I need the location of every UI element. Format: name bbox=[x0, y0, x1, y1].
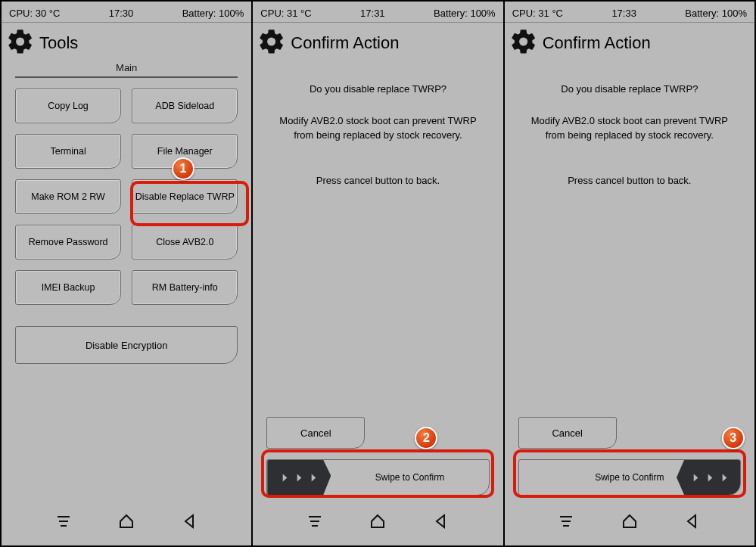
back-icon[interactable] bbox=[683, 512, 702, 533]
status-time: 17:31 bbox=[360, 8, 385, 19]
status-battery: Battery: 100% bbox=[434, 8, 496, 19]
marker-1: 1 bbox=[172, 157, 194, 180]
confirm-body-2: Press cancel button to back. bbox=[523, 173, 736, 188]
disable-replace-twrp-button[interactable]: Disable Replace TWRP bbox=[132, 179, 238, 214]
header-title: Confirm Action bbox=[291, 33, 399, 53]
terminal-button[interactable]: Terminal bbox=[15, 134, 121, 169]
nav-bar bbox=[253, 502, 502, 545]
panel-confirm-1: CPU: 31 °C 17:31 Battery: 100% Confirm A… bbox=[253, 2, 504, 545]
panel-confirm-2: CPU: 31 °C 17:33 Battery: 100% Confirm A… bbox=[505, 2, 754, 545]
status-battery: Battery: 100% bbox=[685, 8, 747, 19]
swipe-label: Swipe to Confirm bbox=[331, 472, 488, 483]
header-title: Confirm Action bbox=[543, 33, 651, 53]
status-bar: CPU: 31 °C 17:33 Battery: 100% bbox=[505, 2, 754, 23]
swipe-handle[interactable] bbox=[677, 460, 740, 495]
status-cpu: CPU: 31 °C bbox=[512, 8, 563, 19]
status-time: 17:33 bbox=[611, 8, 636, 19]
home-icon[interactable] bbox=[117, 512, 135, 533]
close-avb-button[interactable]: Close AVB2.0 bbox=[132, 225, 238, 260]
disable-encryption-button[interactable]: Disable Encryption bbox=[15, 326, 238, 364]
header: Confirm Action bbox=[505, 23, 754, 61]
status-bar: CPU: 31 °C 17:31 Battery: 100% bbox=[253, 2, 502, 23]
cancel-button[interactable]: Cancel bbox=[518, 417, 617, 449]
confirm-question: Do you disable replace TWRP? bbox=[523, 82, 736, 97]
confirm-text: Do you disable replace TWRP? Modify AVB2… bbox=[505, 61, 754, 192]
swipe-handle[interactable] bbox=[267, 460, 331, 495]
marker-2: 2 bbox=[415, 427, 437, 449]
confirm-question: Do you disable replace TWRP? bbox=[271, 82, 484, 97]
status-bar: CPU: 30 °C 17:30 Battery: 100% bbox=[2, 2, 251, 23]
marker-3: 3 bbox=[722, 427, 745, 449]
copy-log-button[interactable]: Copy Log bbox=[15, 89, 121, 123]
confirm-body-2: Press cancel button to back. bbox=[271, 173, 484, 188]
nav-bar bbox=[505, 502, 754, 545]
cancel-button[interactable]: Cancel bbox=[266, 417, 365, 449]
gear-icon bbox=[509, 27, 538, 59]
home-icon[interactable] bbox=[369, 512, 387, 533]
confirm-body-1: Modify AVB2.0 stock boot can prevent TWR… bbox=[523, 113, 736, 143]
status-battery: Battery: 100% bbox=[182, 8, 244, 19]
tool-grid: Copy Log ADB Sideload Terminal File Mana… bbox=[2, 85, 251, 308]
imei-backup-button[interactable]: IMEI Backup bbox=[15, 270, 121, 305]
gear-icon bbox=[257, 27, 286, 59]
menu-icon[interactable] bbox=[306, 512, 324, 533]
back-icon[interactable] bbox=[432, 512, 450, 533]
rm-battery-info-button[interactable]: RM Battery-info bbox=[132, 270, 238, 305]
header: Tools bbox=[2, 23, 251, 61]
make-rom-rw-button[interactable]: Make ROM 2 RW bbox=[15, 179, 121, 214]
back-icon[interactable] bbox=[181, 512, 199, 533]
remove-password-button[interactable]: Remove Password bbox=[15, 225, 121, 260]
home-icon[interactable] bbox=[621, 512, 639, 533]
swipe-bar[interactable]: Swipe to Confirm bbox=[518, 459, 741, 496]
menu-icon[interactable] bbox=[54, 512, 73, 533]
header: Confirm Action bbox=[253, 23, 502, 61]
confirm-body-1: Modify AVB2.0 stock boot can prevent TWR… bbox=[271, 113, 484, 143]
status-cpu: CPU: 31 °C bbox=[260, 8, 311, 19]
status-time: 17:30 bbox=[109, 8, 134, 19]
swipe-bar[interactable]: Swipe to Confirm bbox=[266, 459, 489, 496]
menu-icon[interactable] bbox=[557, 512, 575, 533]
confirm-text: Do you disable replace TWRP? Modify AVB2… bbox=[253, 61, 502, 192]
header-title: Tools bbox=[39, 33, 78, 53]
subheader: Main bbox=[15, 61, 238, 78]
gear-icon bbox=[6, 27, 35, 59]
adb-sideload-button[interactable]: ADB Sideload bbox=[132, 89, 238, 123]
panel-tools: CPU: 30 °C 17:30 Battery: 100% Tools Mai… bbox=[2, 2, 253, 545]
status-cpu: CPU: 30 °C bbox=[9, 8, 60, 19]
nav-bar bbox=[2, 502, 251, 545]
